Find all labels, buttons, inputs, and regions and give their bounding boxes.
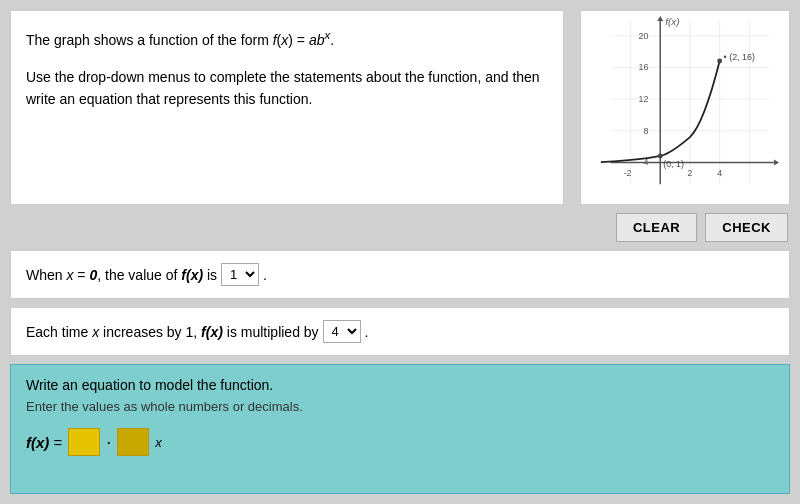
- svg-text:12: 12: [638, 94, 648, 104]
- svg-text:(0, 1): (0, 1): [663, 159, 684, 169]
- formula-line: The graph shows a function of the form f…: [26, 26, 548, 51]
- eq-box-b[interactable]: [117, 428, 149, 456]
- main-container: The graph shows a function of the form f…: [0, 0, 800, 504]
- eq-dot: ·: [106, 432, 111, 453]
- check-button[interactable]: CHECK: [705, 213, 788, 242]
- q1-select[interactable]: 1 2 4 8: [221, 263, 259, 286]
- eq-title: Write an equation to model the function.: [26, 377, 774, 393]
- formula-text: f(x) = abx.: [273, 32, 334, 48]
- q2-text: Each time x increases by 1, f(x) is mult…: [26, 324, 319, 340]
- question1-row: When x = 0, the value of f(x) is 1 2 4 8…: [10, 250, 790, 299]
- text-intro: The graph shows a function of the form: [26, 32, 273, 48]
- svg-point-27: [717, 59, 722, 64]
- svg-text:f(x): f(x): [665, 16, 679, 27]
- svg-text:8: 8: [643, 126, 648, 136]
- svg-text:2: 2: [687, 168, 692, 178]
- text-panel: The graph shows a function of the form f…: [10, 10, 564, 205]
- svg-text:20: 20: [638, 31, 648, 41]
- eq-box-a[interactable]: [68, 428, 100, 456]
- eq-label: f(x) =: [26, 434, 62, 451]
- svg-rect-1: [581, 11, 789, 204]
- eq-exponent: x: [155, 435, 162, 450]
- q1-when: When x = 0, the value of f(x) is: [26, 267, 217, 283]
- svg-point-25: [658, 154, 663, 159]
- svg-text:-2: -2: [624, 168, 632, 178]
- svg-text:4: 4: [717, 168, 722, 178]
- action-bar: CLEAR CHECK: [10, 213, 790, 242]
- q2-select[interactable]: 1 2 4 8: [323, 320, 361, 343]
- svg-text:16: 16: [638, 62, 648, 72]
- equation-panel: Write an equation to model the function.…: [10, 364, 790, 494]
- svg-text:• (2, 16): • (2, 16): [724, 52, 755, 62]
- graph-panel: f(x) 20 16 12 8 4 -2 2 4: [580, 10, 790, 205]
- clear-button[interactable]: CLEAR: [616, 213, 697, 242]
- q2-period: .: [365, 324, 369, 340]
- eq-subtitle: Enter the values as whole numbers or dec…: [26, 399, 774, 414]
- graph-svg: f(x) 20 16 12 8 4 -2 2 4: [581, 11, 789, 204]
- instruction-text: Use the drop-down menus to complete the …: [26, 66, 548, 111]
- question2-row: Each time x increases by 1, f(x) is mult…: [10, 307, 790, 356]
- equation-row: f(x) = · x: [26, 428, 774, 456]
- q1-period: .: [263, 267, 267, 283]
- top-section: The graph shows a function of the form f…: [10, 10, 790, 205]
